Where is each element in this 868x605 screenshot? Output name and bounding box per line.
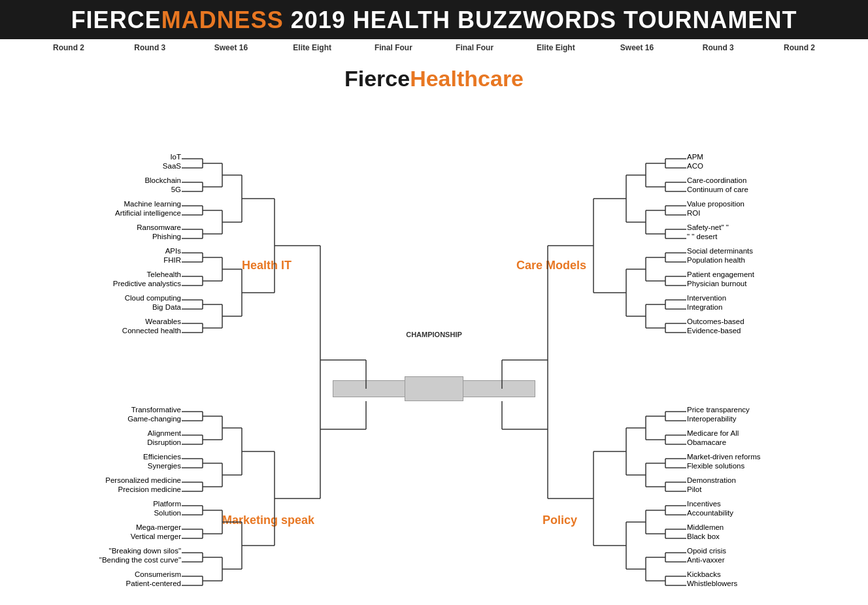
team-wearables: Wearables	[145, 318, 181, 325]
team-ai: Artificial intelligence	[115, 209, 181, 217]
round-label-e8-left: Elite Eight	[283, 43, 342, 52]
team-silos: "Breaking down silos"	[109, 547, 181, 555]
team-outcomesbased: Outcomes-based	[687, 318, 744, 325]
team-disruption: Disruption	[147, 438, 181, 446]
team-precismed: Precision medicine	[118, 485, 181, 493]
team-physburn: Physician burnout	[687, 280, 747, 287]
team-platform: Platform	[153, 500, 181, 508]
team-ransomware: Ransomware	[137, 223, 181, 231]
team-pophealth: Population health	[687, 256, 745, 264]
team-apm: APM	[687, 153, 703, 161]
bracket-svg: IoT SaaS Blockchain 5G Machine learning …	[0, 56, 868, 605]
team-incentives: Incentives	[687, 500, 721, 508]
team-bigdata: Big Data	[152, 303, 182, 311]
round-label-s16-left: Sweet 16	[201, 43, 260, 52]
team-connhealth: Connected health	[122, 327, 181, 335]
team-phishing: Phishing	[152, 233, 181, 240]
team-desert: " " desert	[687, 233, 718, 240]
team-blockchain: Blockchain	[144, 176, 181, 184]
team-consumerism: Consumerism	[135, 570, 181, 578]
team-marketdriven: Market-driven reforms	[687, 453, 761, 461]
team-kickbacks: Kickbacks	[687, 570, 721, 578]
team-patengag: Patient engagement	[687, 270, 755, 278]
team-solution: Solution	[154, 509, 181, 517]
team-antivaxxer: Anti-vaxxer	[687, 556, 725, 564]
team-gamechanging: Game-changing	[127, 415, 181, 423]
team-roi: ROI	[687, 209, 700, 217]
team-safetynet: Safety-net" "	[687, 223, 729, 231]
team-flexsol: Flexible solutions	[687, 462, 744, 470]
team-whistleblowers: Whistleblowers	[687, 580, 738, 587]
team-demonstration: Demonstration	[687, 476, 736, 484]
round-label-r3-left: Round 3	[120, 43, 179, 52]
team-fhir: FHIR	[163, 256, 181, 264]
team-valueprop: Value proposition	[687, 200, 744, 208]
title-madness: MADNESS	[161, 7, 284, 33]
team-patcentered: Patient-centered	[126, 580, 181, 587]
team-vertmerger: Vertical merger	[131, 532, 182, 540]
team-middlemen: Middlemen	[687, 523, 724, 531]
team-saas: SaaS	[163, 162, 181, 170]
round-label-e8-right: Elite Eight	[526, 43, 585, 52]
team-transformative: Transformative	[131, 406, 181, 414]
team-apis: APIs	[165, 247, 182, 255]
team-telehealth: Telehealth	[147, 270, 181, 278]
full-bracket: FierceHealthcare Health IT Marketing spe…	[0, 56, 868, 605]
team-intervention: Intervention	[687, 294, 726, 302]
team-pred: Predictive analystics	[113, 280, 181, 287]
team-costcurve: "Bending the cost curve"	[99, 556, 181, 564]
team-iot: IoT	[170, 153, 181, 161]
team-aco: ACO	[687, 162, 703, 170]
team-megamerger: Mega-merger	[136, 523, 181, 531]
team-carecoord: Care-coordination	[687, 176, 746, 184]
logo-healthcare: Healthcare	[410, 66, 524, 91]
round-labels-row: Round 2 Round 3 Sweet 16 Elite Eight Fin…	[0, 39, 868, 56]
logo-fierce: Fierce	[344, 66, 410, 91]
team-integration: Integration	[687, 303, 722, 311]
team-efficiencies: Efficiencies	[143, 453, 181, 461]
round-label-r2-left: Round 2	[39, 43, 98, 52]
team-pricetrans: Price transparency	[687, 406, 750, 414]
round-label-r2-right: Round 2	[770, 43, 829, 52]
round-label-ff-right: Final Four	[445, 43, 504, 52]
team-evidencebased: Evidence-based	[687, 327, 741, 335]
header: FIERCEMADNESS 2019 HEALTH BUZZWORDS TOUR…	[0, 0, 868, 39]
title-fierce: FIERCE	[71, 7, 161, 33]
team-personmed: Personalized medicine	[105, 476, 181, 484]
team-blackbox: Black box	[687, 532, 720, 540]
team-pilot: Pilot	[687, 485, 702, 493]
round-label-ff-left: Final Four	[364, 43, 423, 52]
team-medicareall: Medicare for All	[687, 429, 739, 437]
round-label-s16-right: Sweet 16	[608, 43, 667, 52]
team-accountability: Accountability	[687, 509, 733, 517]
team-cloud: Cloud computing	[125, 294, 181, 302]
title-rest: 2019 HEALTH BUZZWORDS TOURNAMENT	[284, 7, 797, 33]
team-synergies: Synergies	[148, 462, 181, 470]
logo: FierceHealthcare	[344, 66, 524, 91]
team-alignment: Alignment	[148, 429, 182, 437]
team-5g: 5G	[171, 186, 181, 193]
team-continuum: Continuum of care	[687, 186, 748, 193]
team-socialdets: Social determinants	[687, 247, 753, 255]
team-ml: Machine learning	[124, 200, 181, 208]
team-interop: Interoperability	[687, 415, 737, 423]
team-obamacare: Obamacare	[687, 438, 726, 446]
team-opoidcrisis: Opoid crisis	[687, 547, 726, 555]
round-label-r3-right: Round 3	[689, 43, 748, 52]
